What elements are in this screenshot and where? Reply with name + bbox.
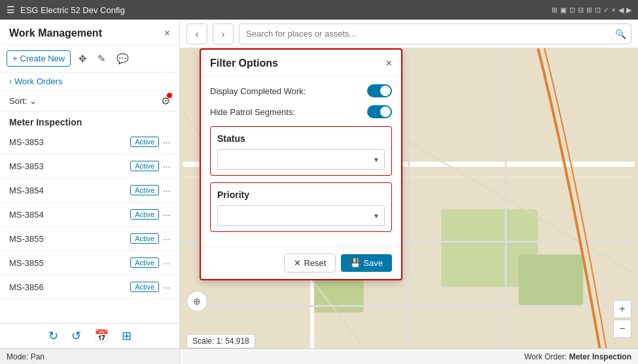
svg-rect-2: [519, 254, 584, 306]
status-badge: Active: [130, 233, 159, 244]
create-new-button[interactable]: + Create New: [7, 50, 71, 67]
work-item-id: MS-3855: [9, 234, 44, 244]
status-bar: Work Order: Meter Inspection: [180, 348, 638, 364]
calendar-button[interactable]: 📅: [94, 329, 109, 343]
app-title: ESG Electric 52 Dev Config: [20, 5, 546, 15]
top-bar-icons: ⊞ ▣ ⊡ ⊟ ⊞ ⊡ ✓ × ◀ ▶: [552, 6, 631, 14]
more-button[interactable]: ···: [163, 282, 170, 292]
priority-select-wrapper: ▼: [217, 205, 385, 226]
filter-body: Display Completed Work: Hide Patrol Segm…: [201, 76, 401, 246]
main-layout: Work Management × + Create New ✥ ✎ 💬 ‹ W…: [0, 20, 638, 364]
left-panel: Work Management × + Create New ✥ ✎ 💬 ‹ W…: [0, 20, 180, 364]
display-completed-toggle[interactable]: [367, 84, 392, 97]
toggle-knob-1: [380, 86, 391, 96]
filter-header: Filter Options ×: [201, 50, 401, 76]
panel-header: Work Management ×: [0, 20, 179, 45]
more-button[interactable]: ···: [163, 161, 170, 171]
display-completed-label: Display Completed Work:: [210, 86, 306, 96]
work-item-id: MS-3853: [9, 161, 44, 171]
breadcrumb-back-button[interactable]: ‹: [9, 77, 12, 86]
topbar-icon-7[interactable]: ✓: [603, 6, 609, 14]
nav-forward-top[interactable]: ▶: [626, 6, 631, 14]
filter-dialog: Filter Options × Display Completed Work:…: [200, 48, 402, 280]
work-item: MS-3853 Active ···: [0, 130, 179, 154]
more-button[interactable]: ···: [163, 210, 170, 220]
work-item: MS-3856 Active ···: [0, 275, 179, 299]
loop-button[interactable]: ↺: [71, 329, 81, 343]
menu-icon[interactable]: ☰: [7, 5, 15, 15]
grid-button[interactable]: ⊞: [122, 329, 132, 343]
topbar-icon-2[interactable]: ▣: [560, 6, 567, 14]
work-item-right: Active ···: [130, 137, 170, 147]
priority-select[interactable]: [217, 205, 385, 226]
status-badge: Active: [130, 257, 159, 268]
filter-button[interactable]: ⚙: [161, 95, 170, 107]
create-new-label: Create New: [20, 54, 65, 63]
status-select-wrapper: ▼: [217, 149, 385, 170]
work-item-id: MS-3854: [9, 210, 44, 220]
move-tool-button[interactable]: ✥: [76, 52, 90, 66]
topbar-icon-6[interactable]: ⊡: [595, 6, 601, 14]
map-back-button[interactable]: ‹: [186, 24, 207, 44]
sort-row: Sort: ⌄ ⚙: [0, 91, 179, 112]
work-item-right: Active ···: [130, 185, 170, 195]
toggle-knob-2: [380, 107, 391, 117]
map-area: ‹ › 🔍: [180, 20, 638, 364]
more-button[interactable]: ···: [163, 137, 170, 147]
save-button[interactable]: 💾 Save: [341, 254, 392, 272]
zoom-out-button[interactable]: −: [613, 320, 631, 338]
save-disk-icon: 💾: [350, 258, 361, 268]
more-button[interactable]: ···: [163, 234, 170, 244]
filter-title: Filter Options: [210, 58, 278, 69]
work-item-id: MS-3854: [9, 186, 44, 195]
nav-back-top[interactable]: ◀: [618, 6, 624, 14]
sort-label[interactable]: Sort: ⌄: [9, 96, 37, 106]
status-section: Status ▼: [210, 126, 392, 176]
more-button[interactable]: ···: [163, 186, 170, 195]
filter-footer: ✕ Reset 💾 Save: [201, 246, 401, 279]
work-item-right: Active ···: [130, 233, 170, 244]
map-nav-bar: ‹ › 🔍: [180, 20, 638, 48]
more-button[interactable]: ···: [163, 258, 170, 268]
status-badge: Active: [130, 209, 159, 220]
topbar-icon-1[interactable]: ⊞: [552, 6, 558, 14]
breadcrumb-text: Work Orders: [14, 76, 62, 86]
map-search-input[interactable]: [239, 24, 631, 44]
status-badge: Active: [130, 137, 159, 147]
work-item-right: Active ···: [130, 257, 170, 268]
comment-tool-button[interactable]: 💬: [114, 52, 132, 66]
work-item-right: Active ···: [130, 209, 170, 220]
topbar-icon-3[interactable]: ⊡: [569, 6, 575, 14]
panel-title: Work Management: [9, 27, 102, 39]
status-select[interactable]: [217, 149, 385, 170]
status-section-title: Status: [217, 133, 385, 144]
section-title: Meter Inspection: [0, 112, 179, 130]
location-button[interactable]: ⊕: [186, 291, 207, 312]
scale-label: Scale: 1: 54,918: [192, 337, 249, 346]
edit-tool-button[interactable]: ✎: [95, 52, 109, 66]
work-item-id: MS-3853: [9, 137, 44, 147]
panel-close-button[interactable]: ×: [164, 27, 170, 39]
status-badge: Active: [130, 185, 159, 195]
topbar-icon-5[interactable]: ⊞: [586, 6, 592, 14]
work-item: MS-3854 Active ···: [0, 178, 179, 203]
plus-icon: +: [12, 54, 18, 63]
work-list: MS-3853 Active ··· MS-3853 Active ··· MS…: [0, 130, 179, 323]
mode-bar: Mode: Pan: [0, 348, 179, 364]
work-order-value: Meter Inspection: [569, 352, 631, 361]
work-item: MS-3853 Active ···: [0, 154, 179, 178]
priority-section-title: Priority: [217, 190, 385, 200]
hide-patrol-toggle[interactable]: [367, 105, 392, 118]
topbar-icon-8[interactable]: ×: [612, 6, 616, 14]
display-completed-row: Display Completed Work:: [210, 84, 392, 97]
bottom-toolbar: ↻ ↺ 📅 ⊞: [0, 323, 179, 348]
reset-button[interactable]: ✕ Reset: [284, 254, 336, 273]
topbar-icon-4[interactable]: ⊟: [578, 6, 584, 14]
map-forward-button[interactable]: ›: [213, 24, 234, 44]
status-badge: Active: [130, 161, 159, 171]
breadcrumb: ‹ Work Orders: [0, 73, 179, 91]
zoom-in-button[interactable]: +: [613, 300, 631, 318]
refresh-button[interactable]: ↻: [48, 329, 58, 343]
top-bar: ☰ ESG Electric 52 Dev Config ⊞ ▣ ⊡ ⊟ ⊞ ⊡…: [0, 0, 638, 20]
filter-close-button[interactable]: ×: [386, 58, 392, 69]
